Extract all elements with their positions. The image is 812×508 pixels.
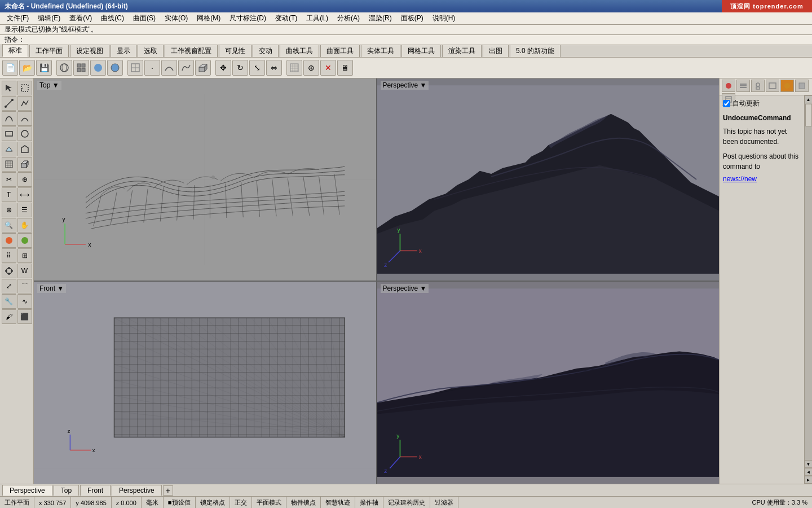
menu-view[interactable]: 查看(V) xyxy=(65,12,96,24)
command-input[interactable] xyxy=(25,36,194,44)
solid-tool[interactable] xyxy=(17,157,32,172)
menu-render[interactable]: 渲染(R) xyxy=(364,12,396,24)
sb-filter[interactable]: 过滤器 xyxy=(430,497,458,508)
rectangle-tool[interactable] xyxy=(2,126,16,141)
tab-visibility[interactable]: 可见性 xyxy=(219,45,251,57)
tb-curve2[interactable] xyxy=(161,60,177,76)
viewport-top-label[interactable]: Top ▼ xyxy=(37,81,61,90)
rp-properties[interactable] xyxy=(751,80,765,92)
curve-tool[interactable] xyxy=(2,111,16,126)
tab-surface-tools[interactable]: 曲面工具 xyxy=(320,45,360,57)
tb-scale[interactable]: ⤡ xyxy=(249,60,265,76)
rp-materials[interactable] xyxy=(722,80,735,92)
tb-open[interactable]: 📂 xyxy=(19,60,35,76)
tab-workplane[interactable]: 工作平面 xyxy=(29,45,69,57)
tab-select[interactable]: 选取 xyxy=(138,45,164,57)
circle-tool[interactable] xyxy=(17,126,32,141)
tab-transform[interactable]: 变动 xyxy=(253,45,279,57)
sb-vertex[interactable]: 物件锁点 xyxy=(286,497,321,508)
render-tool[interactable] xyxy=(17,233,32,248)
tb-object-snap[interactable]: ⊕ xyxy=(303,60,319,76)
viewport-front[interactable]: Front ▼ xyxy=(34,282,376,484)
menu-panel[interactable]: 面板(P) xyxy=(396,12,428,24)
menu-tools[interactable]: 工具(L) xyxy=(302,12,333,24)
viewport-front-label[interactable]: Front ▼ xyxy=(37,284,66,293)
scroll-right-btn[interactable]: ► xyxy=(805,476,813,484)
blend-tool[interactable]: ∿ xyxy=(17,294,32,309)
sb-opaxis[interactable]: 操作轴 xyxy=(355,497,383,508)
btab-perspective2[interactable]: Perspective xyxy=(112,485,162,496)
viewport-perspective1[interactable]: Perspective ▼ xyxy=(377,78,720,281)
tb-grid[interactable] xyxy=(286,60,302,76)
tb-save[interactable]: 💾 xyxy=(36,60,52,76)
scroll-left-btn[interactable]: ◄ xyxy=(805,468,813,476)
tb-monitor[interactable]: 🖥 xyxy=(337,60,353,76)
menu-file[interactable]: 文件(F) xyxy=(2,12,33,24)
tb-surface2[interactable] xyxy=(178,60,194,76)
right-panel-scrollbar[interactable]: ▲ ▼ ◄ ► xyxy=(804,95,812,484)
paint-tool[interactable]: 🖌 xyxy=(2,309,16,324)
sb-history[interactable]: 记录建构历史 xyxy=(383,497,430,508)
tb-sphere[interactable] xyxy=(56,60,72,76)
dim-tool[interactable]: ⟷ xyxy=(17,187,32,202)
eraser-tool[interactable]: ⬛ xyxy=(17,309,32,324)
tab-display[interactable]: 显示 xyxy=(111,45,136,57)
rp-layers[interactable] xyxy=(736,80,750,92)
tb-rotate[interactable]: ↻ xyxy=(232,60,248,76)
tb-ortho[interactable] xyxy=(127,60,143,76)
text-tool[interactable]: T xyxy=(2,187,16,202)
tab-mesh-tools[interactable]: 网格工具 xyxy=(401,45,441,57)
tb-mirror[interactable]: ⇔ xyxy=(266,60,282,76)
btab-add[interactable]: + xyxy=(163,485,173,496)
rp-display[interactable] xyxy=(766,80,779,92)
tb-point[interactable]: · xyxy=(144,60,160,76)
tab-setview[interactable]: 设定视图 xyxy=(70,45,109,57)
select-window-tool[interactable] xyxy=(17,81,32,95)
viewport-perspective2[interactable]: Perspective ▼ x xyxy=(377,282,720,484)
tb-shaded[interactable] xyxy=(90,60,106,76)
auto-update-checkbox[interactable] xyxy=(723,100,730,107)
menu-solid[interactable]: 实体(O) xyxy=(160,12,192,24)
scroll-up-btn[interactable]: ▲ xyxy=(805,95,813,103)
sb-preset[interactable]: ■预设值 xyxy=(164,497,196,508)
viewport-top[interactable]: Top ▼ xyxy=(34,78,376,281)
surface-tool[interactable] xyxy=(2,142,16,156)
offset-tool[interactable]: ⤢ xyxy=(2,279,16,294)
menu-dimension[interactable]: 尺寸标注(D) xyxy=(225,12,271,24)
btab-front[interactable]: Front xyxy=(80,485,111,496)
tab-curve-tools[interactable]: 曲线工具 xyxy=(280,45,319,57)
color-tool[interactable] xyxy=(2,233,16,248)
menu-help[interactable]: 说明(H) xyxy=(428,12,460,24)
sb-workplane[interactable]: 工作平面 xyxy=(0,497,34,508)
weight-tool[interactable]: W xyxy=(17,264,32,278)
select-tool[interactable] xyxy=(2,81,16,95)
tab-new-features[interactable]: 5.0 的新功能 xyxy=(510,45,561,57)
tb-move[interactable]: ✥ xyxy=(215,60,231,76)
snap-tool[interactable]: ⊕ xyxy=(2,203,16,217)
polyline-tool[interactable] xyxy=(17,96,32,111)
scroll-thumb[interactable] xyxy=(805,104,812,126)
node-edit-tool[interactable] xyxy=(2,264,16,278)
tb-box[interactable] xyxy=(195,60,211,76)
tb-render[interactable] xyxy=(107,60,123,76)
btab-top[interactable]: Top xyxy=(54,485,79,496)
pan-tool[interactable]: ✋ xyxy=(17,218,32,233)
rp-orange[interactable] xyxy=(780,80,794,92)
trim-tool[interactable]: ✂ xyxy=(2,172,16,187)
sb-snap[interactable]: 锁定格点 xyxy=(196,497,230,508)
zoom-tool[interactable]: 🔍 xyxy=(2,218,16,233)
fillet-tool[interactable]: ⌒ xyxy=(17,279,32,294)
tab-solid-tools[interactable]: 实体工具 xyxy=(361,45,400,57)
menu-edit[interactable]: 编辑(E) xyxy=(33,12,65,24)
menu-surface[interactable]: 曲面(S) xyxy=(129,12,160,24)
tab-viewport-config[interactable]: 工作视窗配置 xyxy=(165,45,218,57)
join-tool[interactable]: ⊕ xyxy=(17,172,32,187)
tb-delete[interactable]: ✕ xyxy=(320,60,336,76)
viewport-persp2-label[interactable]: Perspective ▼ xyxy=(381,284,429,293)
help-link[interactable]: news://new xyxy=(723,175,757,183)
mesh-tool[interactable] xyxy=(2,157,16,172)
menu-mesh[interactable]: 网格(M) xyxy=(192,12,225,24)
sb-planar[interactable]: 平面模式 xyxy=(252,497,286,508)
menu-curve[interactable]: 曲线(C) xyxy=(96,12,129,24)
layer-tool[interactable]: ☰ xyxy=(17,203,32,217)
